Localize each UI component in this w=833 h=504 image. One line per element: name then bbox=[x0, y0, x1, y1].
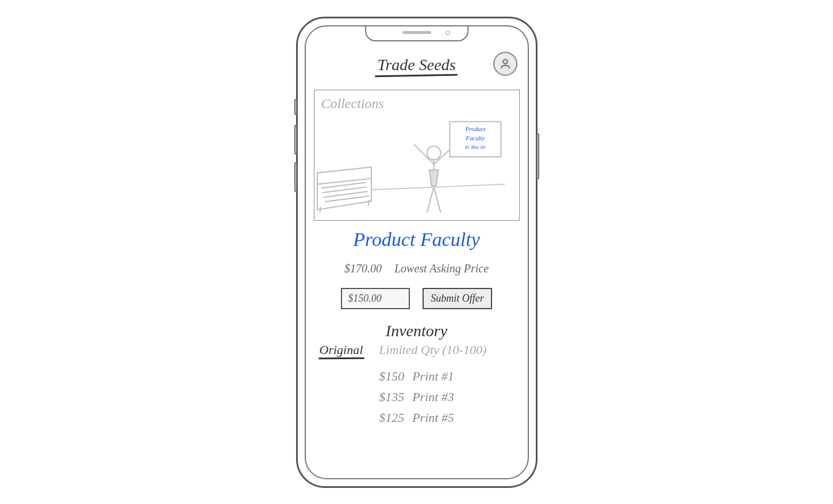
inventory-tabs: Original Limited Qty (10-100) bbox=[314, 343, 520, 357]
list-item[interactable]: $135 Print #3 bbox=[379, 390, 454, 405]
svg-line-6 bbox=[371, 184, 504, 190]
poster-line3: #1 Moe Ali bbox=[465, 145, 485, 150]
poster-line2: Faculty bbox=[465, 134, 485, 141]
phone-notch bbox=[365, 25, 469, 41]
svg-line-3 bbox=[323, 191, 367, 197]
svg-line-2 bbox=[322, 187, 366, 193]
user-icon bbox=[499, 57, 512, 70]
speaker-icon bbox=[402, 31, 431, 34]
print-label: Print #3 bbox=[412, 390, 454, 405]
product-price: $170.00 bbox=[344, 262, 382, 275]
tab-limited-qty[interactable]: Limited Qty (10-100) bbox=[379, 343, 486, 357]
print-list: $150 Print #1 $135 Print #3 $125 Print #… bbox=[314, 369, 520, 425]
price-row: $170.00 Lowest Asking Price bbox=[314, 262, 520, 275]
phone-side-button bbox=[536, 133, 539, 179]
print-price: $135 bbox=[379, 390, 404, 405]
list-item[interactable]: $125 Print #5 bbox=[379, 410, 454, 425]
print-price: $125 bbox=[379, 410, 404, 425]
print-price: $150 bbox=[379, 369, 404, 384]
phone-side-button bbox=[294, 99, 297, 115]
camera-icon bbox=[446, 30, 450, 35]
submit-offer-button[interactable]: Submit Offer bbox=[423, 288, 492, 309]
product-title: Product Faculty bbox=[314, 229, 520, 251]
app-header: Trade Seeds bbox=[314, 49, 520, 80]
offer-input[interactable] bbox=[341, 288, 410, 309]
tab-original[interactable]: Original bbox=[320, 343, 363, 357]
print-label: Print #5 bbox=[412, 410, 454, 425]
phone-screen: Trade Seeds Collections bbox=[305, 25, 529, 479]
hero-panel: Collections bbox=[314, 90, 520, 221]
price-label: Lowest Asking Price bbox=[394, 262, 489, 275]
avatar[interactable] bbox=[493, 52, 517, 76]
list-item[interactable]: $150 Print #1 bbox=[379, 369, 454, 384]
phone-side-button bbox=[294, 162, 297, 192]
app-title: Trade Seeds bbox=[377, 56, 455, 74]
svg-line-4 bbox=[324, 196, 368, 202]
offer-row: Submit Offer bbox=[314, 288, 520, 309]
poster-line1: Product bbox=[465, 125, 486, 132]
svg-point-5 bbox=[427, 146, 440, 160]
print-label: Print #1 bbox=[412, 369, 454, 384]
hero-illustration: Product Faculty #1 Moe Ali bbox=[314, 90, 519, 220]
phone-frame: Trade Seeds Collections bbox=[296, 17, 538, 488]
inventory-title: Inventory bbox=[314, 322, 520, 340]
phone-side-button bbox=[294, 125, 297, 155]
svg-point-0 bbox=[503, 59, 507, 63]
